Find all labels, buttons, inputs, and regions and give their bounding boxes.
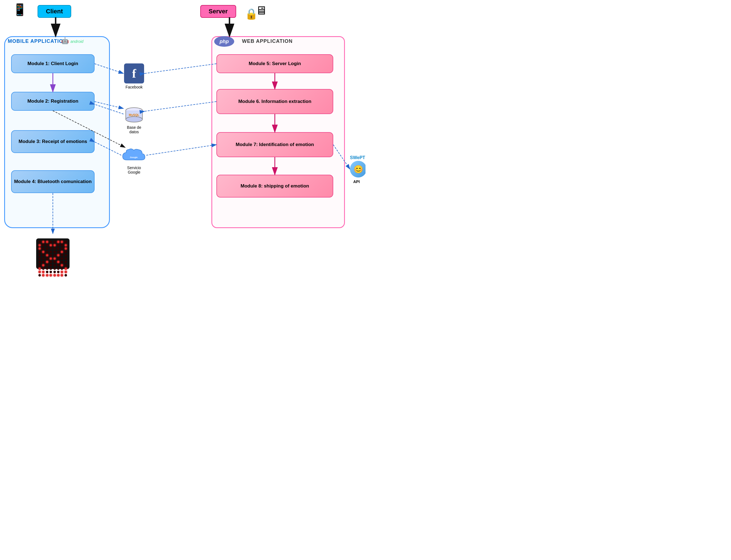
led-dot xyxy=(50,257,52,260)
led-dot xyxy=(61,241,63,243)
led-dot xyxy=(53,274,56,277)
led-dot xyxy=(53,271,56,273)
led-dot xyxy=(61,254,63,256)
led-dot xyxy=(65,274,67,277)
led-dot xyxy=(46,247,48,250)
php-icon: php xyxy=(214,36,234,47)
led-dot xyxy=(61,264,63,267)
module-6-box: Module 6. Information extraction xyxy=(216,89,333,114)
module-2-box: Module 2: Registration xyxy=(11,92,95,111)
svg-line-22 xyxy=(146,145,216,155)
led-dot xyxy=(53,267,56,270)
led-dot xyxy=(65,241,67,243)
android-icon: 🤖 android xyxy=(61,37,83,45)
led-dot xyxy=(42,251,45,253)
led-dot xyxy=(50,267,52,270)
led-dot xyxy=(50,244,52,246)
svg-line-19 xyxy=(145,102,216,111)
led-dot xyxy=(46,271,48,273)
led-dot xyxy=(61,251,63,253)
led-dot xyxy=(50,264,52,267)
led-dot xyxy=(65,271,67,273)
led-dot xyxy=(38,257,41,260)
led-dot xyxy=(50,251,52,253)
led-dot xyxy=(50,254,52,256)
led-dot xyxy=(50,271,52,273)
module-7-box: Module 7: Identification of emotion xyxy=(216,132,333,157)
led-dot xyxy=(65,251,67,253)
led-dot xyxy=(42,247,45,250)
svg-line-16 xyxy=(145,64,216,73)
led-dot xyxy=(46,274,48,277)
led-dot xyxy=(42,241,45,243)
module-1-box: Module 1: Client Login xyxy=(11,54,95,73)
led-dot xyxy=(61,261,63,263)
led-dot xyxy=(65,254,67,256)
svg-point-2 xyxy=(126,117,142,122)
led-dot xyxy=(61,247,63,250)
mobile-app-title: MOBILE APPLICATION xyxy=(8,38,67,44)
led-dot xyxy=(65,267,67,270)
led-dot xyxy=(46,261,48,263)
led-dot xyxy=(38,261,41,263)
module-5-box: Module 5: Server Login xyxy=(216,54,333,73)
led-dot xyxy=(57,251,60,253)
led-dot xyxy=(46,257,48,260)
led-dot xyxy=(65,244,67,246)
svg-text:Google: Google xyxy=(130,156,138,159)
led-dot xyxy=(42,254,45,256)
led-dot xyxy=(61,244,63,246)
led-dot xyxy=(42,244,45,246)
client-box: Client xyxy=(38,5,71,18)
module-3-box: Module 3: Receipt of emotions xyxy=(11,130,95,153)
led-dot xyxy=(38,254,41,256)
led-dot xyxy=(50,274,52,277)
led-dot xyxy=(38,241,41,243)
led-dot xyxy=(53,251,56,253)
led-dot xyxy=(57,241,60,243)
led-dot xyxy=(50,261,52,263)
led-dot xyxy=(53,261,56,263)
server-box: Server xyxy=(200,5,236,18)
led-dot xyxy=(61,274,63,277)
led-dot xyxy=(42,257,45,260)
led-dot xyxy=(57,247,60,250)
led-dot xyxy=(57,267,60,270)
diagram-container: Client Server 🔒 🖥 📱 MOBILE APPLICATION 🤖… xyxy=(0,0,365,280)
led-dot xyxy=(65,257,67,260)
led-dot xyxy=(38,244,41,246)
led-dot xyxy=(42,261,45,263)
led-dot xyxy=(57,271,60,273)
cloud-icon: Google xyxy=(121,147,146,164)
led-dot xyxy=(53,257,56,260)
led-dot xyxy=(61,257,63,260)
led-dot xyxy=(38,247,41,250)
led-dot xyxy=(65,261,67,263)
led-dot xyxy=(53,241,56,243)
led-dot xyxy=(53,264,56,267)
led-dot xyxy=(57,261,60,263)
web-app-title: WEB APPLICATION xyxy=(242,38,293,44)
database-icon: MySQL xyxy=(124,107,144,124)
mobile-phone-icon: 📱 xyxy=(13,3,27,16)
led-dot xyxy=(38,267,41,270)
led-dot xyxy=(38,274,41,277)
led-dot xyxy=(38,264,41,267)
led-dot xyxy=(57,264,60,267)
led-dot xyxy=(46,264,48,267)
module-8-box: Module 8: shipping of emotion xyxy=(216,175,333,198)
facebook-icon: f xyxy=(124,63,144,83)
led-dot xyxy=(50,247,52,250)
led-dot xyxy=(61,271,63,273)
led-dot xyxy=(42,267,45,270)
led-dot xyxy=(57,244,60,246)
led-dot xyxy=(61,267,63,270)
module-4-box: Module 4: Bluetooth comunication xyxy=(11,170,95,193)
led-dot xyxy=(57,257,60,260)
led-dot xyxy=(46,241,48,243)
server-monitor-icon: 🖥 xyxy=(255,4,267,17)
led-dot xyxy=(42,264,45,267)
database-label: Base de datos xyxy=(122,125,146,134)
led-dot xyxy=(50,241,52,243)
led-dot xyxy=(42,271,45,273)
